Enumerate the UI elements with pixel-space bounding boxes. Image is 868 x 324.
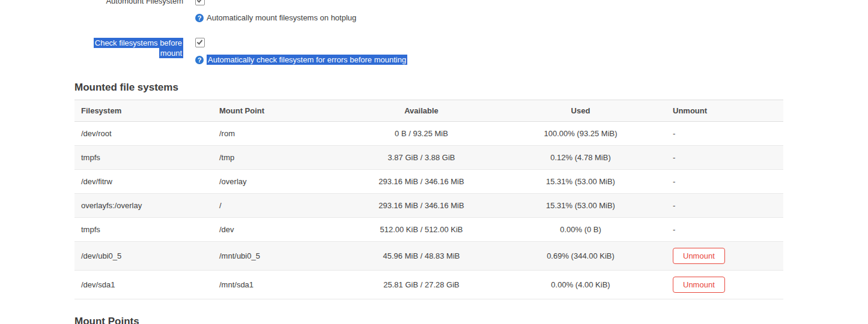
available-cell: 512.00 KiB / 512.00 KiB (348, 218, 495, 242)
table-row: tmpfs/tmp3.87 GiB / 3.88 GiB0.12% (4.78 … (74, 146, 783, 170)
help-icon: ? (195, 56, 204, 64)
mount-point-cell: /overlay (213, 170, 348, 194)
mounted-filesystems-table: Filesystem Mount Point Available Used Un… (74, 100, 783, 299)
unmount-button[interactable]: Unmount (673, 277, 725, 293)
unmount-cell: - (666, 122, 783, 146)
automount-controls: ? Automatically mount filesystems on hot… (195, 0, 356, 23)
column-header-available: Available (348, 100, 495, 122)
mount-point-cell: /mnt/sda1 (213, 271, 348, 299)
filesystem-cell: /dev/root (74, 122, 213, 146)
unmount-cell: - (666, 170, 783, 194)
table-header-row: Filesystem Mount Point Available Used Un… (74, 100, 783, 122)
table-row: /dev/ubi0_5/mnt/ubi0_545.96 MiB / 48.83 … (74, 242, 783, 271)
used-cell: 15.31% (53.00 MiB) (495, 170, 666, 194)
checkmark-icon (197, 38, 203, 44)
check-filesystems-controls: ? Automatically check filesystem for err… (195, 38, 407, 65)
check-filesystems-help-line: ? Automatically check filesystem for err… (195, 55, 407, 65)
used-cell: 15.31% (53.00 MiB) (495, 194, 666, 218)
unmount-cell: - (666, 218, 783, 242)
column-header-used: Used (495, 100, 666, 122)
table-row: /dev/sda1/mnt/sda125.81 GiB / 27.28 GiB0… (74, 271, 783, 299)
used-cell: 0.00% (4.00 KiB) (495, 271, 666, 299)
mounted-filesystems-title: Mounted file systems (74, 82, 783, 94)
filesystem-cell: /dev/ubi0_5 (74, 242, 213, 271)
mount-points-title: Mount Points (74, 316, 783, 324)
table-row: tmpfs/dev512.00 KiB / 512.00 KiB0.00% (0… (74, 218, 783, 242)
check-filesystems-help-text: Automatically check filesystem for error… (207, 55, 407, 65)
help-icon: ? (195, 14, 204, 22)
available-cell: 45.96 MiB / 48.83 MiB (348, 242, 495, 271)
check-filesystems-label-text: Check filesystems before mount (94, 38, 183, 58)
mount-point-cell: /rom (213, 122, 348, 146)
check-filesystems-checkbox[interactable] (195, 38, 205, 47)
available-cell: 293.16 MiB / 346.16 MiB (348, 194, 495, 218)
available-cell: 25.81 GiB / 27.28 GiB (348, 271, 495, 299)
used-cell: 0.00% (0 B) (495, 218, 666, 242)
form-row-automount: Automount Filesystem ? Automatically mou… (74, 0, 783, 23)
filesystem-cell: /dev/sda1 (74, 271, 213, 299)
mount-point-cell: /dev (213, 218, 348, 242)
column-header-unmount: Unmount (666, 100, 783, 122)
automount-help-text: Automatically mount filesystems on hotpl… (207, 13, 356, 23)
available-cell: 0 B / 93.25 MiB (348, 122, 495, 146)
column-header-filesystem: Filesystem (74, 100, 213, 122)
mount-point-cell: /tmp (213, 146, 348, 170)
mount-point-cell: /mnt/ubi0_5 (213, 242, 348, 271)
unmount-cell: Unmount (666, 271, 783, 299)
mount-point-cell: / (213, 194, 348, 218)
used-cell: 100.00% (93.25 MiB) (495, 122, 666, 146)
available-cell: 3.87 GiB / 3.88 GiB (348, 146, 495, 170)
filesystem-cell: /dev/fitrw (74, 170, 213, 194)
filesystem-cell: tmpfs (74, 218, 213, 242)
unmount-cell: - (666, 146, 783, 170)
used-cell: 0.69% (344.00 KiB) (495, 242, 666, 271)
table-row: /dev/fitrw/overlay293.16 MiB / 346.16 Mi… (74, 170, 783, 194)
automount-checkbox[interactable] (195, 0, 205, 5)
automount-help-line: ? Automatically mount filesystems on hot… (195, 13, 356, 23)
filesystem-cell: tmpfs (74, 146, 213, 170)
check-filesystems-label: Check filesystems before mount (87, 38, 183, 58)
unmount-cell: Unmount (666, 242, 783, 271)
unmount-button[interactable]: Unmount (673, 248, 725, 264)
used-cell: 0.12% (4.78 MiB) (495, 146, 666, 170)
checkmark-icon (197, 0, 203, 3)
column-header-mount-point: Mount Point (213, 100, 348, 122)
automount-label: Automount Filesystem (87, 0, 183, 6)
unmount-cell: - (666, 194, 783, 218)
form-row-check-filesystems: Check filesystems before mount ? Automat… (74, 38, 783, 65)
table-row: overlayfs:/overlay/293.16 MiB / 346.16 M… (74, 194, 783, 218)
check-filesystems-help-text-selected: Automatically check filesystem for error… (207, 55, 407, 65)
mount-points-page: Automount Filesystem ? Automatically mou… (74, 0, 783, 324)
available-cell: 293.16 MiB / 346.16 MiB (348, 170, 495, 194)
table-row: /dev/root/rom0 B / 93.25 MiB100.00% (93.… (74, 122, 783, 146)
filesystem-cell: overlayfs:/overlay (74, 194, 213, 218)
